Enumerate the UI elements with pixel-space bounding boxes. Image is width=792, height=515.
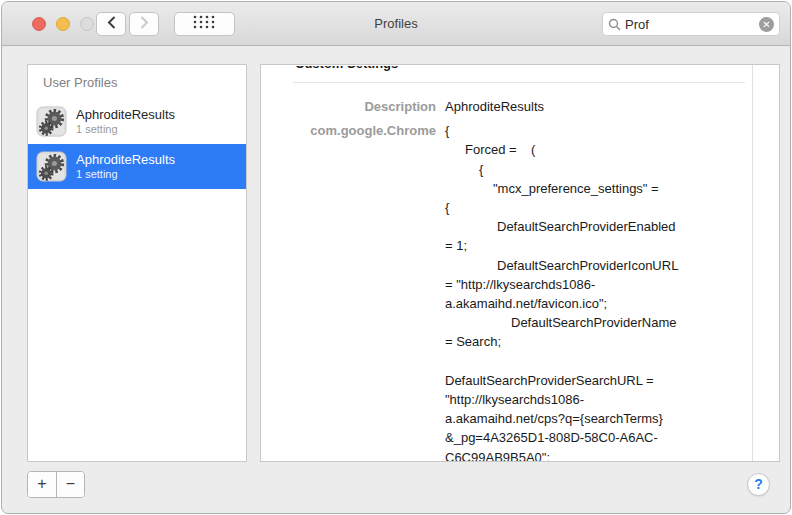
- search-field[interactable]: ✕: [602, 12, 780, 36]
- help-button[interactable]: ?: [747, 473, 770, 496]
- profile-detail-pane[interactable]: Custom Settings Description AphroditeRes…: [260, 64, 780, 462]
- description-label: Description: [293, 97, 436, 116]
- profiles-list-header: User Profiles: [28, 65, 246, 99]
- plist-line: DefaultSearchProviderSearchURL =: [445, 371, 678, 390]
- search-input[interactable]: [625, 17, 759, 32]
- profile-list-item[interactable]: AphroditeResults 1 setting: [28, 144, 246, 189]
- profile-setting-count: 1 setting: [76, 123, 175, 136]
- plist-line: a.akamaihd.net/cps?q={searchTerms}: [445, 409, 678, 428]
- plist-line: Forced = (: [445, 140, 678, 159]
- plist-line: [445, 352, 678, 371]
- title-bar: Profiles ✕: [2, 2, 790, 46]
- profile-gears-icon: [36, 151, 67, 182]
- plist-line: {: [445, 198, 678, 217]
- profiles-list-items: AphroditeResults 1 setting: [28, 99, 246, 189]
- chrome-domain-label: com.google.Chrome: [293, 121, 436, 140]
- add-remove-group: + −: [27, 471, 85, 498]
- plist-line: "http://lkysearchds1086-: [445, 390, 678, 409]
- profiles-window: Profiles ✕ User Profiles: [1, 1, 791, 514]
- add-profile-button[interactable]: +: [28, 472, 56, 497]
- description-value: AphroditeResults: [445, 97, 544, 116]
- plist-line: DefaultSearchProviderEnabled: [445, 217, 678, 236]
- plist-line: DefaultSearchProviderIconURL: [445, 256, 678, 275]
- plist-line: = Search;: [445, 332, 678, 351]
- chrome-plist-value: { Forced = ( { "mcx_preference_settings"…: [445, 121, 678, 461]
- plist-line: a.akamaihd.net/favicon.ico";: [445, 294, 678, 313]
- profile-name: AphroditeResults: [76, 152, 175, 168]
- profile-list-item[interactable]: AphroditeResults 1 setting: [28, 99, 246, 144]
- plist-line: DefaultSearchProviderName: [445, 313, 678, 332]
- chrome-settings-row: com.google.Chrome { Forced = ( { "mcx_pr…: [293, 121, 745, 461]
- plist-line: C6C99AB9B5A0";: [445, 448, 678, 461]
- remove-profile-button[interactable]: −: [56, 472, 84, 497]
- scrollbar-track[interactable]: [752, 65, 779, 461]
- search-icon: [608, 18, 621, 31]
- clear-search-button[interactable]: ✕: [759, 17, 774, 32]
- profile-gears-icon: [36, 106, 67, 137]
- description-row: Description AphroditeResults: [293, 97, 745, 116]
- plist-line: &_pg=4A3265D1-808D-58C0-A6AC-: [445, 428, 678, 447]
- plist-line: {: [445, 121, 678, 140]
- plist-line: = 1;: [445, 236, 678, 255]
- section-divider: [293, 82, 745, 83]
- plist-line: "mcx_preference_settings" =: [445, 179, 678, 198]
- profile-detail-content: Custom Settings Description AphroditeRes…: [261, 65, 751, 461]
- plist-line: = "http://lkysearchds1086-: [445, 275, 678, 294]
- custom-settings-header-clipped: Custom Settings: [293, 66, 745, 73]
- plist-line: {: [445, 160, 678, 179]
- profile-name: AphroditeResults: [76, 107, 175, 123]
- profile-setting-count: 1 setting: [76, 168, 175, 181]
- profiles-list: User Profiles: [27, 64, 247, 462]
